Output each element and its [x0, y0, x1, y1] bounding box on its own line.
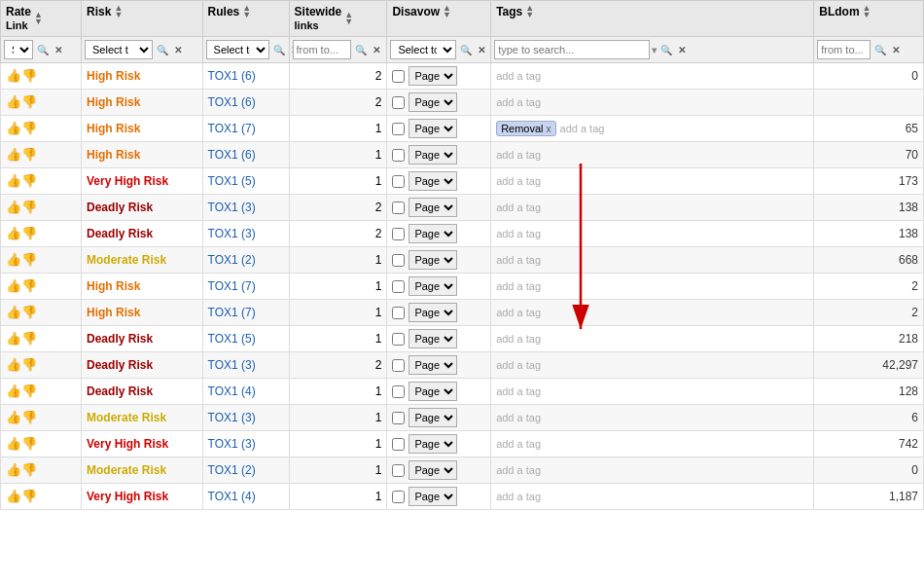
rules-count[interactable]: (3): [241, 358, 256, 372]
filter-tags-arrow[interactable]: ▾: [652, 45, 657, 55]
filter-sitewide-icon[interactable]: 🔍: [353, 44, 369, 56]
rules-count[interactable]: (3): [241, 437, 256, 451]
thumbup-icon[interactable]: 👍: [6, 384, 19, 398]
thumbdown-icon[interactable]: 👎: [21, 69, 35, 83]
disavow-checkbox[interactable]: [392, 412, 405, 424]
rules-link[interactable]: TOX1: [208, 174, 238, 188]
add-tag-btn[interactable]: add a tag: [496, 333, 541, 345]
disavow-checkbox[interactable]: [392, 307, 405, 319]
sort-disavow[interactable]: Disavow ▲▼: [392, 5, 451, 18]
rules-count[interactable]: (4): [241, 490, 256, 503]
rules-link[interactable]: TOX1: [208, 463, 238, 477]
thumbup-icon[interactable]: 👍: [6, 95, 19, 109]
tag-remove[interactable]: x: [547, 124, 551, 134]
rules-count[interactable]: (5): [241, 174, 256, 188]
add-tag-btn[interactable]: add a tag: [496, 201, 541, 213]
rules-link[interactable]: TOX1: [208, 384, 238, 398]
add-tag-btn[interactable]: add a tag: [496, 149, 541, 161]
rules-count[interactable]: (3): [241, 201, 256, 214]
sort-bldom[interactable]: BLdom ▲▼: [819, 5, 871, 18]
filter-ratelink-icon[interactable]: 🔍: [35, 44, 51, 56]
thumbdown-icon[interactable]: 👎: [21, 490, 35, 503]
disavow-checkbox[interactable]: [392, 280, 405, 293]
rules-link[interactable]: TOX1: [208, 122, 238, 135]
thumbdown-icon[interactable]: 👎: [21, 358, 35, 372]
rules-count[interactable]: (7): [241, 279, 256, 293]
add-tag-btn[interactable]: add a tag: [496, 254, 541, 266]
add-tag-btn[interactable]: add a tag: [496, 359, 541, 371]
thumbup-icon[interactable]: 👍: [6, 437, 19, 451]
thumbup-icon[interactable]: 👍: [6, 490, 19, 503]
rules-count[interactable]: (6): [241, 148, 256, 162]
filter-bldom-clear[interactable]: ✕: [890, 44, 902, 56]
filter-rules-select[interactable]: Select to: [206, 40, 269, 59]
disavow-type-select[interactable]: Page: [409, 382, 457, 401]
disavow-checkbox[interactable]: [392, 333, 405, 346]
thumbup-icon[interactable]: 👍: [6, 279, 19, 293]
rules-count[interactable]: (6): [241, 95, 256, 109]
add-tag-btn[interactable]: add a tag: [496, 385, 541, 397]
add-tag-btn[interactable]: add a tag: [496, 96, 541, 108]
rules-link[interactable]: TOX1: [208, 411, 238, 424]
sort-sitewide[interactable]: Sitewidelinks ▲▼: [295, 5, 354, 32]
thumbdown-icon[interactable]: 👎: [21, 384, 35, 398]
sort-ratelink[interactable]: RateLink ▲▼: [6, 5, 43, 32]
thumbup-icon[interactable]: 👍: [6, 306, 19, 319]
filter-ratelink-select[interactable]: Se: [4, 40, 33, 59]
add-tag-btn[interactable]: add a tag: [496, 438, 541, 450]
rules-link[interactable]: TOX1: [208, 306, 238, 319]
rules-count[interactable]: (3): [241, 227, 256, 240]
rules-link[interactable]: TOX1: [208, 201, 238, 214]
rules-count[interactable]: (2): [241, 253, 256, 267]
rules-link[interactable]: TOX1: [208, 490, 238, 503]
filter-risk-icon[interactable]: 🔍: [155, 44, 170, 56]
disavow-type-select[interactable]: Page: [409, 303, 457, 322]
disavow-type-select[interactable]: Page: [409, 92, 457, 112]
disavow-type-select[interactable]: Page: [409, 224, 457, 243]
filter-ratelink-clear[interactable]: ✕: [53, 44, 64, 56]
disavow-checkbox[interactable]: [392, 149, 405, 162]
add-tag-btn[interactable]: add a tag: [496, 412, 541, 423]
disavow-checkbox[interactable]: [392, 96, 405, 109]
add-tag-btn[interactable]: add a tag: [496, 491, 541, 502]
thumbup-icon[interactable]: 👍: [6, 148, 19, 162]
disavow-type-select[interactable]: Page: [409, 250, 457, 270]
disavow-type-select[interactable]: Page: [409, 408, 457, 427]
disavow-type-select[interactable]: Page: [409, 145, 457, 165]
rules-count[interactable]: (5): [241, 332, 256, 346]
rules-link[interactable]: TOX1: [208, 253, 238, 267]
rules-count[interactable]: (4): [241, 384, 256, 398]
filter-disavow-select[interactable]: Select to F: [390, 40, 456, 59]
thumbdown-icon[interactable]: 👎: [21, 122, 35, 135]
thumbdown-icon[interactable]: 👎: [21, 437, 35, 451]
filter-risk-clear[interactable]: ✕: [172, 44, 184, 56]
thumbdown-icon[interactable]: 👎: [21, 463, 35, 477]
add-tag-btn[interactable]: add a tag: [496, 228, 541, 239]
thumbdown-icon[interactable]: 👎: [21, 148, 35, 162]
disavow-checkbox[interactable]: [392, 438, 405, 451]
rules-count[interactable]: (2): [241, 463, 256, 477]
disavow-type-select[interactable]: Page: [409, 276, 457, 296]
sort-risk[interactable]: Risk ▲▼: [87, 5, 123, 18]
thumbup-icon[interactable]: 👍: [6, 332, 19, 346]
sort-tags[interactable]: Tags ▲▼: [496, 5, 534, 18]
filter-bldom-from[interactable]: [817, 40, 871, 59]
thumbdown-icon[interactable]: 👎: [21, 411, 35, 424]
disavow-type-select[interactable]: Page: [409, 487, 457, 506]
disavow-type-select[interactable]: Page: [409, 434, 457, 454]
rules-count[interactable]: (7): [241, 306, 256, 319]
thumbdown-icon[interactable]: 👎: [21, 306, 35, 319]
thumbup-icon[interactable]: 👍: [6, 411, 19, 424]
disavow-type-select[interactable]: Page: [409, 198, 457, 217]
rules-link[interactable]: TOX1: [208, 437, 238, 451]
disavow-checkbox[interactable]: [392, 491, 405, 503]
thumbdown-icon[interactable]: 👎: [21, 253, 35, 267]
disavow-checkbox[interactable]: [392, 228, 405, 240]
thumbup-icon[interactable]: 👍: [6, 227, 19, 240]
rules-link[interactable]: TOX1: [208, 227, 238, 240]
disavow-checkbox[interactable]: [392, 359, 405, 372]
thumbup-icon[interactable]: 👍: [6, 358, 19, 372]
rules-link[interactable]: TOX1: [208, 95, 238, 109]
rules-count[interactable]: (7): [241, 122, 256, 135]
disavow-type-select[interactable]: Page: [409, 329, 457, 348]
